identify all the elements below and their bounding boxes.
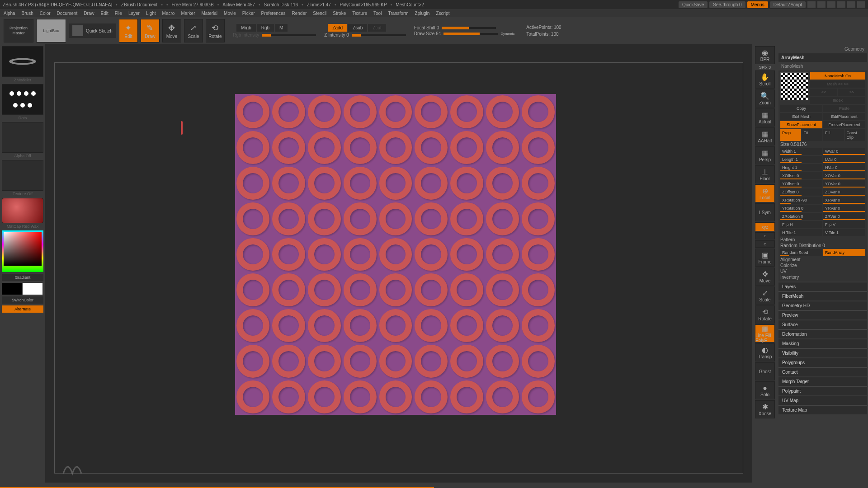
- minimize-icon[interactable]: [837, 1, 845, 8]
- primary-color[interactable]: [23, 283, 42, 295]
- section-geometryhd[interactable]: Geometry HD: [778, 301, 867, 310]
- zcut-button[interactable]: Zcut: [368, 24, 386, 32]
- solo-button[interactable]: ●Solo: [755, 381, 775, 399]
- zrvar-slider[interactable]: ZRVar 0: [823, 213, 865, 220]
- nanomesh-preview[interactable]: [780, 72, 808, 100]
- menu-stroke[interactable]: Stroke: [333, 11, 346, 16]
- editplacement-button[interactable]: EditPlacement: [823, 113, 865, 120]
- zrotation-slider[interactable]: ZRotation 0: [780, 213, 822, 220]
- menu-draw[interactable]: Draw: [84, 11, 94, 16]
- section-uvmap[interactable]: UV Map: [778, 396, 867, 405]
- menu-macro[interactable]: Macro: [162, 11, 175, 16]
- secondary-color[interactable]: [2, 283, 22, 295]
- constclip-button[interactable]: Const Clip: [845, 129, 866, 141]
- yoffset-slider[interactable]: YOffset 0: [780, 180, 822, 188]
- actual-button[interactable]: ▦Actual: [755, 108, 775, 127]
- tool-icon[interactable]: ⊙: [755, 240, 775, 248]
- window-icon[interactable]: [807, 1, 816, 8]
- prev-button[interactable]: <<: [810, 89, 837, 96]
- zadd-button[interactable]: Zadd: [328, 24, 347, 32]
- local-button[interactable]: ⊕Local: [755, 184, 775, 202]
- width-slider[interactable]: Width 1: [780, 148, 822, 155]
- menu-render[interactable]: Render: [292, 11, 307, 16]
- projection-master-button[interactable]: Projection Master: [4, 19, 33, 42]
- zsub-button[interactable]: Zsub: [348, 24, 367, 32]
- section-polypaint[interactable]: Polypaint: [778, 386, 867, 395]
- fit-button[interactable]: Fit: [802, 129, 823, 141]
- tool-icon[interactable]: ⊙: [755, 232, 775, 239]
- menu-zscript[interactable]: Zscript: [436, 11, 449, 16]
- move-tool-button[interactable]: ✥Move: [755, 267, 775, 286]
- section-preview[interactable]: Preview: [778, 310, 867, 319]
- maximize-icon[interactable]: [847, 1, 855, 8]
- nanomesh-header[interactable]: NanoMesh: [778, 62, 867, 70]
- menu-zplugin[interactable]: Zplugin: [415, 11, 430, 16]
- menu-stencil[interactable]: Stencil: [313, 11, 326, 16]
- focal-shift-slider[interactable]: [442, 27, 496, 29]
- floor-button[interactable]: ⊥Floor: [755, 165, 775, 183]
- aahalf-button[interactable]: ▦AAHalf: [755, 127, 775, 145]
- section-surface[interactable]: Surface: [778, 320, 867, 329]
- menu-edit[interactable]: Edit: [101, 11, 108, 16]
- section-fibermesh[interactable]: FiberMesh: [778, 291, 867, 300]
- scroll-button[interactable]: ✋Scroll: [755, 70, 775, 89]
- alpha-thumbnail[interactable]: [2, 122, 43, 153]
- arraymesh-header[interactable]: ArrayMesh: [778, 53, 867, 62]
- hvar-slider[interactable]: HVar 0: [823, 164, 865, 171]
- height-slider[interactable]: Height 1: [780, 164, 822, 171]
- section-layers[interactable]: Layers: [778, 282, 867, 291]
- edit-button[interactable]: ✦Edit: [119, 19, 138, 42]
- section-masking[interactable]: Masking: [778, 339, 867, 348]
- next-button[interactable]: >>: [838, 89, 865, 96]
- persp-button[interactable]: ▦Persp: [755, 146, 775, 164]
- xrvar-slider[interactable]: XRVar 0: [823, 197, 865, 204]
- color-picker[interactable]: [2, 230, 43, 272]
- switchcolor-button[interactable]: SwitchColor: [2, 296, 43, 304]
- draw-size-slider[interactable]: [443, 33, 498, 35]
- xrotation-slider[interactable]: XRotation -90: [780, 197, 822, 204]
- menu-preferences[interactable]: Preferences: [261, 11, 286, 16]
- pattern-slider[interactable]: Pattern: [780, 237, 865, 242]
- section-texturemap[interactable]: Texture Map: [778, 405, 867, 414]
- fill-button[interactable]: Fill: [823, 129, 844, 141]
- length-slider[interactable]: Length 1: [780, 156, 822, 163]
- vtile-slider[interactable]: V Tile 1: [823, 229, 865, 236]
- rotate-button[interactable]: ⟲Rotate: [206, 19, 225, 42]
- menu-brush[interactable]: Brush: [22, 11, 33, 16]
- xoffset-slider[interactable]: XOffset 0: [780, 172, 822, 179]
- menu-movie[interactable]: Movie: [224, 11, 236, 16]
- nanomesh-object[interactable]: [235, 94, 556, 415]
- scale-button[interactable]: ⤢Scale: [184, 19, 203, 42]
- menu-marker[interactable]: Marker: [181, 11, 195, 16]
- gradient-button[interactable]: Gradient: [2, 274, 43, 281]
- ghost-button[interactable]: Ghost: [755, 362, 775, 380]
- stroke-thumbnail[interactable]: [2, 84, 43, 115]
- scale-tool-button[interactable]: ⤢Scale: [755, 286, 775, 305]
- polyf-button[interactable]: ▦Line Fill PolyF: [755, 324, 775, 343]
- size-slider[interactable]: Size 0.50176: [780, 142, 865, 147]
- frame-button[interactable]: ▣Frame: [755, 249, 775, 267]
- xovar-slider[interactable]: XOVar 0: [823, 172, 865, 179]
- menu-texture[interactable]: Texture: [352, 11, 367, 16]
- section-polygroups[interactable]: Polygroups: [778, 358, 867, 367]
- menu-document[interactable]: Document: [57, 11, 78, 16]
- zovar-slider[interactable]: ZOVar 0: [823, 188, 865, 196]
- flipv-button[interactable]: Flip V: [823, 221, 865, 228]
- editmesh-button[interactable]: Edit Mesh: [780, 113, 822, 120]
- zoom-button[interactable]: 🔍Zoom: [755, 89, 775, 108]
- zoffset-slider[interactable]: ZOffset 0: [780, 188, 822, 196]
- randseed-button[interactable]: Random Seed: [780, 249, 822, 256]
- window-icon[interactable]: [817, 1, 826, 8]
- seethrough-slider[interactable]: See-through 0: [709, 1, 745, 8]
- xyz-button[interactable]: xyz: [755, 222, 775, 231]
- prop-button[interactable]: Prop: [780, 129, 801, 141]
- wvar-slider[interactable]: WVar 0: [823, 148, 865, 155]
- lsym-button[interactable]: LSym: [755, 203, 775, 221]
- menu-layer[interactable]: Layer: [128, 11, 140, 16]
- rgb-button[interactable]: Rgb: [257, 24, 274, 32]
- lightbox-button[interactable]: LightBox: [36, 19, 66, 42]
- menu-color[interactable]: Color: [40, 11, 51, 16]
- randarray-button[interactable]: RandArray: [823, 249, 865, 256]
- bpr-button[interactable]: ◉BPR: [755, 46, 775, 64]
- texture-thumbnail[interactable]: [2, 160, 43, 191]
